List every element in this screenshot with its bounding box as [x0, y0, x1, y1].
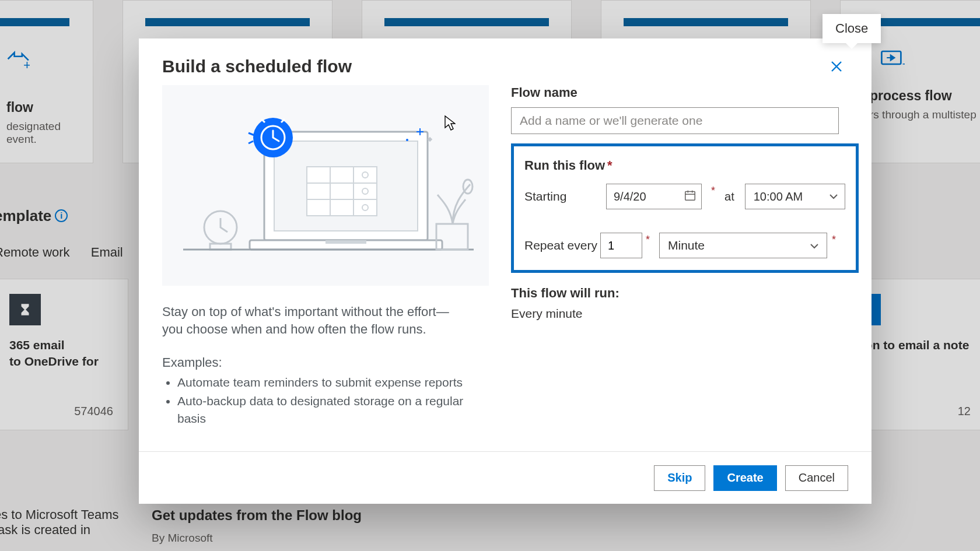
chevron-down-icon	[828, 191, 839, 202]
required-indicator: *	[646, 233, 650, 246]
start-time-select[interactable]: 10:00 AM	[745, 184, 845, 209]
starting-label: Starting	[524, 189, 606, 203]
chevron-down-icon	[809, 240, 820, 251]
example-item: Automate team reminders to submit expens…	[177, 374, 468, 391]
example-item: Auto-backup data to designated storage o…	[177, 392, 468, 427]
flow-name-input[interactable]	[511, 107, 839, 134]
svg-point-24	[406, 139, 408, 141]
skip-button[interactable]: Skip	[654, 465, 705, 491]
repeat-count-input[interactable]	[600, 233, 642, 258]
dialog-left-pane: Stay on top of what's important without …	[162, 85, 489, 440]
schedule-illustration	[162, 85, 489, 286]
repeat-row: Repeat every * Minute *	[524, 233, 845, 258]
examples-list: Automate team reminders to submit expens…	[177, 374, 468, 427]
cancel-button[interactable]: Cancel	[785, 465, 848, 491]
svg-rect-26	[685, 191, 695, 200]
dialog-footer: Skip Create Cancel	[139, 451, 872, 504]
calendar-icon	[684, 189, 696, 205]
dialog-right-pane: Flow name Run this flow* Starting 9/4/20…	[489, 85, 859, 440]
repeat-label: Repeat every	[524, 238, 600, 252]
close-tooltip: Close	[822, 14, 881, 43]
scheduled-flow-dialog: Build a scheduled flow	[139, 38, 872, 504]
svg-rect-9	[307, 167, 377, 216]
flow-name-label: Flow name	[511, 85, 859, 100]
required-indicator: *	[711, 184, 715, 197]
close-button[interactable]	[825, 55, 848, 78]
summary-text: Every minute	[511, 307, 859, 321]
dialog-title: Build a scheduled flow	[162, 57, 352, 76]
create-button[interactable]: Create	[713, 465, 776, 491]
close-icon	[830, 60, 843, 73]
repeat-unit-select[interactable]: Minute	[659, 233, 827, 258]
at-label: at	[724, 190, 734, 203]
run-flow-label: Run this flow*	[524, 158, 845, 173]
start-date-input[interactable]: 9/4/20	[606, 184, 702, 209]
schedule-highlight-box: Run this flow* Starting 9/4/20 * at 10:0…	[511, 143, 859, 273]
summary-heading: This flow will run:	[511, 286, 859, 301]
starting-row: Starting 9/4/20 * at 10:00 AM	[524, 184, 845, 209]
required-indicator: *	[832, 233, 836, 246]
cursor-icon	[444, 115, 456, 131]
dialog-description: Stay on top of what's important without …	[162, 303, 468, 339]
examples-label: Examples:	[162, 355, 468, 370]
svg-rect-8	[326, 240, 366, 244]
